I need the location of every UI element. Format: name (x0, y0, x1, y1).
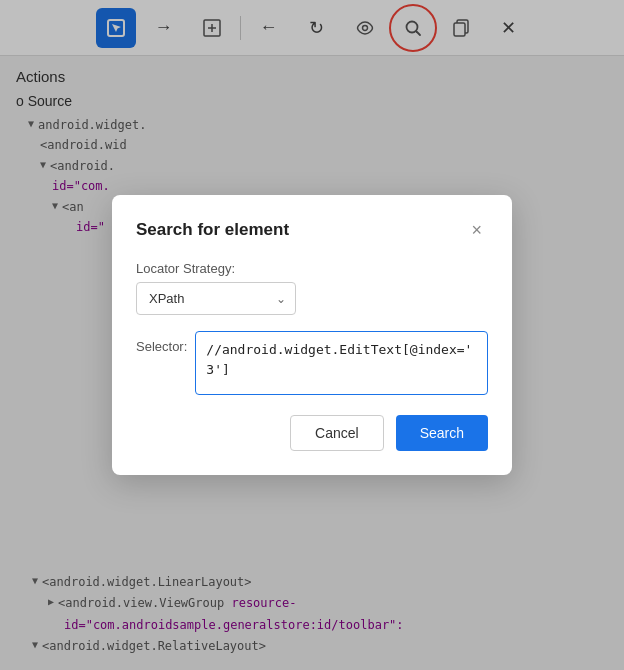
locator-strategy-group: Locator Strategy: XPath ID Name Class Na… (136, 261, 488, 315)
locator-strategy-select[interactable]: XPath ID Name Class Name Accessibility I… (136, 282, 296, 315)
modal-title: Search for element (136, 220, 289, 240)
modal-overlay: Search for element × Locator Strategy: X… (0, 0, 624, 670)
locator-strategy-label: Locator Strategy: (136, 261, 488, 276)
locator-select-wrapper: XPath ID Name Class Name Accessibility I… (136, 282, 296, 315)
search-button[interactable]: Search (396, 415, 488, 451)
cancel-button[interactable]: Cancel (290, 415, 384, 451)
modal-footer: Cancel Search (136, 415, 488, 451)
modal-close-button[interactable]: × (465, 219, 488, 241)
modal-header: Search for element × (136, 219, 488, 241)
selector-input[interactable]: //android.widget.EditText[@index='3'] (195, 331, 488, 395)
selector-row: Selector: //android.widget.EditText[@ind… (136, 331, 488, 395)
selector-label: Selector: (136, 331, 187, 354)
search-element-modal: Search for element × Locator Strategy: X… (112, 195, 512, 475)
